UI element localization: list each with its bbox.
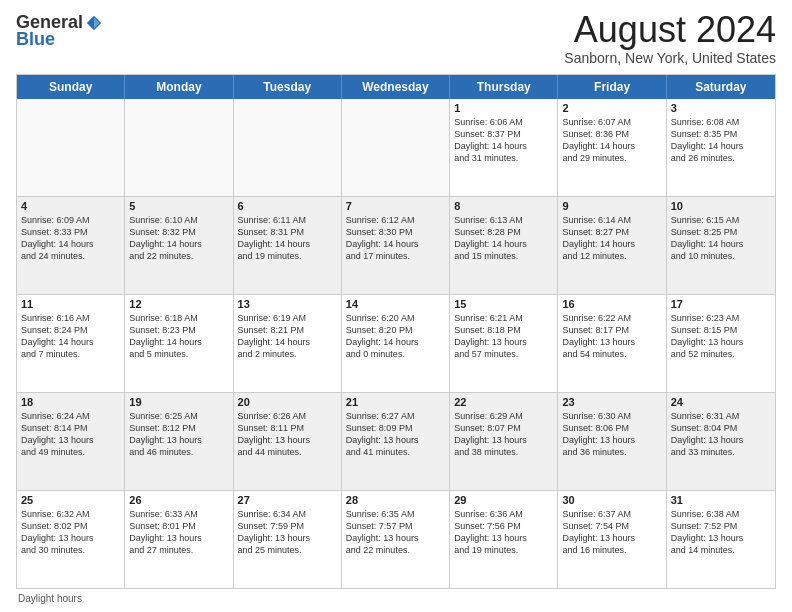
day-number: 26: [129, 494, 228, 506]
day-number: 18: [21, 396, 120, 408]
calendar-cell: 12Sunrise: 6:18 AM Sunset: 8:23 PM Dayli…: [125, 295, 233, 392]
day-info: Sunrise: 6:37 AM Sunset: 7:54 PM Dayligh…: [562, 508, 661, 557]
day-info: Sunrise: 6:31 AM Sunset: 8:04 PM Dayligh…: [671, 410, 771, 459]
day-number: 3: [671, 102, 771, 114]
day-info: Sunrise: 6:23 AM Sunset: 8:15 PM Dayligh…: [671, 312, 771, 361]
calendar-header-cell: Monday: [125, 75, 233, 99]
calendar-cell: 15Sunrise: 6:21 AM Sunset: 8:18 PM Dayli…: [450, 295, 558, 392]
day-number: 29: [454, 494, 553, 506]
calendar-cell: 10Sunrise: 6:15 AM Sunset: 8:25 PM Dayli…: [667, 197, 775, 294]
day-info: Sunrise: 6:19 AM Sunset: 8:21 PM Dayligh…: [238, 312, 337, 361]
day-number: 17: [671, 298, 771, 310]
day-number: 28: [346, 494, 445, 506]
calendar-cell: 27Sunrise: 6:34 AM Sunset: 7:59 PM Dayli…: [234, 491, 342, 588]
calendar-cell: [125, 99, 233, 196]
day-info: Sunrise: 6:21 AM Sunset: 8:18 PM Dayligh…: [454, 312, 553, 361]
calendar-header-cell: Saturday: [667, 75, 775, 99]
day-number: 14: [346, 298, 445, 310]
calendar-week-row: 25Sunrise: 6:32 AM Sunset: 8:02 PM Dayli…: [17, 491, 775, 588]
calendar-cell: [234, 99, 342, 196]
day-number: 8: [454, 200, 553, 212]
day-number: 7: [346, 200, 445, 212]
calendar-cell: 24Sunrise: 6:31 AM Sunset: 8:04 PM Dayli…: [667, 393, 775, 490]
day-info: Sunrise: 6:09 AM Sunset: 8:33 PM Dayligh…: [21, 214, 120, 263]
day-number: 11: [21, 298, 120, 310]
calendar-cell: 9Sunrise: 6:14 AM Sunset: 8:27 PM Daylig…: [558, 197, 666, 294]
day-info: Sunrise: 6:26 AM Sunset: 8:11 PM Dayligh…: [238, 410, 337, 459]
calendar-cell: 7Sunrise: 6:12 AM Sunset: 8:30 PM Daylig…: [342, 197, 450, 294]
calendar-cell: 11Sunrise: 6:16 AM Sunset: 8:24 PM Dayli…: [17, 295, 125, 392]
calendar-week-row: 11Sunrise: 6:16 AM Sunset: 8:24 PM Dayli…: [17, 295, 775, 393]
day-info: Sunrise: 6:15 AM Sunset: 8:25 PM Dayligh…: [671, 214, 771, 263]
day-number: 9: [562, 200, 661, 212]
calendar-cell: 4Sunrise: 6:09 AM Sunset: 8:33 PM Daylig…: [17, 197, 125, 294]
calendar-week-row: 4Sunrise: 6:09 AM Sunset: 8:33 PM Daylig…: [17, 197, 775, 295]
day-info: Sunrise: 6:22 AM Sunset: 8:17 PM Dayligh…: [562, 312, 661, 361]
calendar-cell: 19Sunrise: 6:25 AM Sunset: 8:12 PM Dayli…: [125, 393, 233, 490]
calendar-header-cell: Thursday: [450, 75, 558, 99]
day-info: Sunrise: 6:10 AM Sunset: 8:32 PM Dayligh…: [129, 214, 228, 263]
day-info: Sunrise: 6:06 AM Sunset: 8:37 PM Dayligh…: [454, 116, 553, 165]
day-number: 21: [346, 396, 445, 408]
day-number: 13: [238, 298, 337, 310]
day-info: Sunrise: 6:34 AM Sunset: 7:59 PM Dayligh…: [238, 508, 337, 557]
day-info: Sunrise: 6:08 AM Sunset: 8:35 PM Dayligh…: [671, 116, 771, 165]
day-number: 1: [454, 102, 553, 114]
calendar-cell: 28Sunrise: 6:35 AM Sunset: 7:57 PM Dayli…: [342, 491, 450, 588]
calendar-cell: 30Sunrise: 6:37 AM Sunset: 7:54 PM Dayli…: [558, 491, 666, 588]
day-number: 24: [671, 396, 771, 408]
page: General Blue August 2024 Sanborn, New Yo…: [0, 0, 792, 612]
calendar-cell: 2Sunrise: 6:07 AM Sunset: 8:36 PM Daylig…: [558, 99, 666, 196]
calendar-cell: 25Sunrise: 6:32 AM Sunset: 8:02 PM Dayli…: [17, 491, 125, 588]
day-number: 22: [454, 396, 553, 408]
day-number: 6: [238, 200, 337, 212]
day-number: 20: [238, 396, 337, 408]
calendar-cell: 8Sunrise: 6:13 AM Sunset: 8:28 PM Daylig…: [450, 197, 558, 294]
calendar-cell: 21Sunrise: 6:27 AM Sunset: 8:09 PM Dayli…: [342, 393, 450, 490]
calendar-cell: 22Sunrise: 6:29 AM Sunset: 8:07 PM Dayli…: [450, 393, 558, 490]
day-number: 19: [129, 396, 228, 408]
day-number: 12: [129, 298, 228, 310]
calendar-week-row: 18Sunrise: 6:24 AM Sunset: 8:14 PM Dayli…: [17, 393, 775, 491]
title-month: August 2024: [564, 12, 776, 48]
day-number: 10: [671, 200, 771, 212]
day-number: 30: [562, 494, 661, 506]
day-info: Sunrise: 6:16 AM Sunset: 8:24 PM Dayligh…: [21, 312, 120, 361]
calendar-header-cell: Tuesday: [234, 75, 342, 99]
calendar-cell: 29Sunrise: 6:36 AM Sunset: 7:56 PM Dayli…: [450, 491, 558, 588]
day-number: 16: [562, 298, 661, 310]
calendar-cell: 13Sunrise: 6:19 AM Sunset: 8:21 PM Dayli…: [234, 295, 342, 392]
day-info: Sunrise: 6:18 AM Sunset: 8:23 PM Dayligh…: [129, 312, 228, 361]
calendar-week-row: 1Sunrise: 6:06 AM Sunset: 8:37 PM Daylig…: [17, 99, 775, 197]
header: General Blue August 2024 Sanborn, New Yo…: [16, 12, 776, 66]
day-info: Sunrise: 6:36 AM Sunset: 7:56 PM Dayligh…: [454, 508, 553, 557]
day-number: 4: [21, 200, 120, 212]
day-info: Sunrise: 6:07 AM Sunset: 8:36 PM Dayligh…: [562, 116, 661, 165]
logo: General Blue: [16, 12, 103, 50]
day-number: 27: [238, 494, 337, 506]
calendar-cell: 17Sunrise: 6:23 AM Sunset: 8:15 PM Dayli…: [667, 295, 775, 392]
calendar-cell: 18Sunrise: 6:24 AM Sunset: 8:14 PM Dayli…: [17, 393, 125, 490]
calendar-cell: 6Sunrise: 6:11 AM Sunset: 8:31 PM Daylig…: [234, 197, 342, 294]
calendar-cell: 16Sunrise: 6:22 AM Sunset: 8:17 PM Dayli…: [558, 295, 666, 392]
logo-icon: [85, 14, 103, 32]
day-number: 31: [671, 494, 771, 506]
day-info: Sunrise: 6:11 AM Sunset: 8:31 PM Dayligh…: [238, 214, 337, 263]
day-info: Sunrise: 6:14 AM Sunset: 8:27 PM Dayligh…: [562, 214, 661, 263]
calendar-cell: 3Sunrise: 6:08 AM Sunset: 8:35 PM Daylig…: [667, 99, 775, 196]
calendar-header-cell: Wednesday: [342, 75, 450, 99]
title-block: August 2024 Sanborn, New York, United St…: [564, 12, 776, 66]
day-info: Sunrise: 6:13 AM Sunset: 8:28 PM Dayligh…: [454, 214, 553, 263]
day-info: Sunrise: 6:32 AM Sunset: 8:02 PM Dayligh…: [21, 508, 120, 557]
calendar-header: SundayMondayTuesdayWednesdayThursdayFrid…: [17, 75, 775, 99]
day-info: Sunrise: 6:29 AM Sunset: 8:07 PM Dayligh…: [454, 410, 553, 459]
calendar-cell: 23Sunrise: 6:30 AM Sunset: 8:06 PM Dayli…: [558, 393, 666, 490]
calendar-cell: 20Sunrise: 6:26 AM Sunset: 8:11 PM Dayli…: [234, 393, 342, 490]
calendar-cell: 1Sunrise: 6:06 AM Sunset: 8:37 PM Daylig…: [450, 99, 558, 196]
day-number: 5: [129, 200, 228, 212]
calendar-cell: [342, 99, 450, 196]
calendar-cell: 14Sunrise: 6:20 AM Sunset: 8:20 PM Dayli…: [342, 295, 450, 392]
footer-note: Daylight hours: [16, 593, 776, 604]
day-info: Sunrise: 6:33 AM Sunset: 8:01 PM Dayligh…: [129, 508, 228, 557]
day-number: 23: [562, 396, 661, 408]
